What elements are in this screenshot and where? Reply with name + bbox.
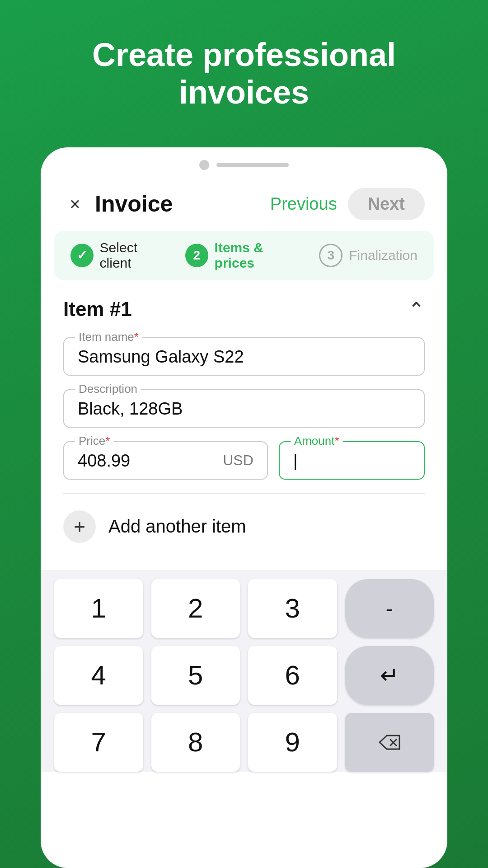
key-2[interactable]: 2	[151, 579, 240, 638]
divider	[63, 493, 425, 494]
step-1-circle: ✓	[70, 244, 94, 267]
step-3-circle: 3	[319, 244, 343, 267]
keyboard-row-2: 4 5 6 ↵	[54, 646, 434, 705]
key-dash[interactable]: -	[345, 579, 434, 638]
item-name-label: Item name*	[75, 330, 142, 344]
price-field[interactable]: Price* 408.99 USD	[63, 441, 268, 480]
description-value[interactable]: Black, 128GB	[78, 396, 410, 419]
checkmark-icon: ✓	[77, 248, 87, 263]
previous-button[interactable]: Previous	[270, 194, 337, 214]
key-5[interactable]: 5	[151, 646, 240, 705]
item-title: Item #1	[63, 298, 132, 321]
close-button[interactable]: ×	[63, 192, 87, 216]
key-backspace[interactable]	[345, 713, 434, 772]
add-item-row[interactable]: + Add another item	[41, 510, 447, 561]
amount-label: Amount*	[291, 434, 343, 448]
amount-field[interactable]: Amount* |	[279, 441, 425, 480]
amount-cursor: |	[293, 448, 298, 471]
step-1-label: Select client	[100, 240, 171, 271]
step-2: 2 Items & prices	[185, 240, 305, 271]
drag-indicator	[41, 147, 447, 179]
price-amount-row: Price* 408.99 USD Amount* |	[63, 441, 425, 480]
key-3[interactable]: 3	[248, 579, 337, 638]
step-3-label: Finalization	[349, 248, 418, 263]
keyboard: 1 2 3 - 4 5 6 ↵ 7 8 9	[41, 570, 447, 772]
keyboard-row-3: 7 8 9	[54, 713, 434, 772]
item-name-value[interactable]: Samsung Galaxy S22	[78, 344, 410, 367]
currency-label: USD	[223, 452, 253, 471]
price-label: Price*	[75, 434, 113, 448]
item-name-field-group: Item name* Samsung Galaxy S22	[63, 337, 425, 376]
drag-dot	[199, 160, 209, 170]
key-1[interactable]: 1	[54, 579, 143, 638]
key-7[interactable]: 7	[54, 713, 143, 772]
key-return[interactable]: ↵	[345, 646, 434, 705]
item-section: Item #1 ⌃ Item name* Samsung Galaxy S22 …	[41, 280, 447, 480]
key-4[interactable]: 4	[54, 646, 143, 705]
step-2-label: Items & prices	[215, 240, 305, 271]
item-header: Item #1 ⌃	[63, 298, 425, 321]
price-value: 408.99	[78, 448, 130, 471]
next-button[interactable]: Next	[348, 188, 425, 220]
invoice-card: × Invoice Previous Next ✓ Select client …	[41, 147, 447, 868]
invoice-title: Invoice	[95, 191, 270, 217]
key-9[interactable]: 9	[248, 713, 337, 772]
chevron-up-icon[interactable]: ⌃	[408, 298, 425, 321]
key-6[interactable]: 6	[248, 646, 337, 705]
step-2-circle: 2	[185, 244, 208, 267]
description-field-group: Description Black, 128GB	[63, 389, 425, 428]
drag-bar	[216, 163, 289, 167]
key-8[interactable]: 8	[151, 713, 240, 772]
keyboard-row-1: 1 2 3 -	[54, 579, 434, 638]
steps-progress: ✓ Select client 2 Items & prices 3 Final…	[54, 231, 434, 280]
add-item-button[interactable]: +	[63, 510, 96, 543]
step-3: 3 Finalization	[319, 244, 418, 267]
step-1: ✓ Select client	[70, 240, 171, 271]
description-label: Description	[75, 382, 141, 396]
card-header: × Invoice Previous Next	[41, 179, 447, 231]
page-title: Create professional invoices	[0, 36, 488, 111]
description-wrapper[interactable]: Description Black, 128GB	[63, 389, 425, 428]
add-item-label: Add another item	[108, 516, 246, 537]
item-name-wrapper[interactable]: Item name* Samsung Galaxy S22	[63, 337, 425, 376]
